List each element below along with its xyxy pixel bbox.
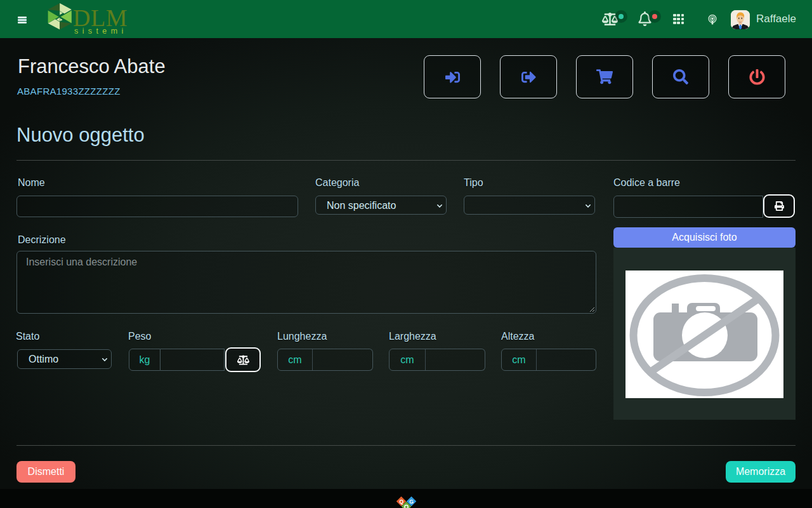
svg-text:sistemi: sistemi xyxy=(74,27,128,36)
svg-text:Q: Q xyxy=(400,498,404,505)
svg-text:G: G xyxy=(409,498,414,505)
